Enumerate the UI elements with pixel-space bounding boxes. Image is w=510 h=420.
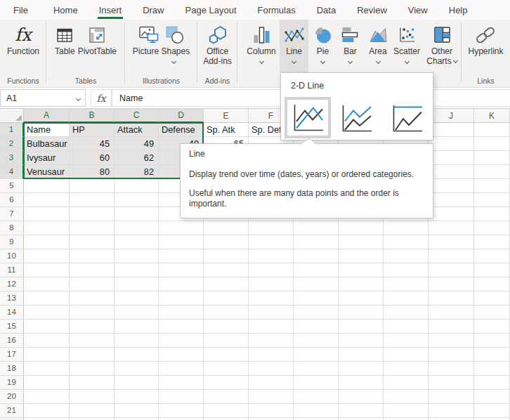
row-header-9[interactable]: 9 — [0, 235, 24, 249]
cell-F9[interactable] — [249, 235, 294, 249]
cell-B11[interactable] — [70, 263, 115, 277]
cell-C3[interactable]: 62 — [115, 151, 159, 165]
cell-J3[interactable] — [429, 151, 474, 165]
cell-I18[interactable] — [384, 362, 429, 376]
cell-I14[interactable] — [384, 306, 429, 320]
cell-A13[interactable] — [24, 291, 70, 306]
column-header-C[interactable]: C — [115, 109, 159, 123]
cell-K1[interactable] — [474, 123, 510, 137]
cell-F13[interactable] — [249, 291, 294, 306]
tab-data[interactable]: Data — [306, 0, 346, 20]
cell-J20[interactable] — [429, 390, 474, 404]
cell-E11[interactable] — [204, 263, 249, 277]
cell-D19[interactable] — [159, 376, 204, 390]
tab-insert[interactable]: Insert — [89, 0, 133, 20]
row-header-16[interactable]: 16 — [0, 334, 24, 348]
insert-function-button[interactable]: fx — [91, 89, 112, 107]
cell-I12[interactable] — [384, 277, 429, 291]
cell-J16[interactable] — [429, 334, 474, 348]
cell-E18[interactable] — [204, 362, 249, 376]
cell-D8[interactable] — [159, 221, 204, 235]
cell-B18[interactable] — [70, 362, 115, 376]
cell-F20[interactable] — [249, 390, 294, 404]
cell-C7[interactable] — [115, 207, 159, 221]
tab-view[interactable]: View — [398, 0, 438, 20]
column-header-J[interactable]: J — [429, 109, 474, 123]
cell-J1[interactable] — [429, 123, 474, 137]
cell-F21[interactable] — [249, 404, 294, 418]
select-all-corner[interactable] — [0, 109, 24, 123]
cell-H18[interactable] — [339, 362, 384, 376]
row-header-3[interactable]: 3 — [0, 151, 24, 165]
tab-draw[interactable]: Draw — [132, 0, 174, 20]
cell-K6[interactable] — [474, 193, 510, 207]
cell-C13[interactable] — [115, 291, 159, 306]
cell-F12[interactable] — [249, 277, 294, 291]
cell-C19[interactable] — [115, 376, 159, 390]
chart-option-line[interactable] — [285, 97, 331, 138]
cell-F8[interactable] — [249, 221, 294, 235]
tab-formulas[interactable]: Formulas — [247, 0, 306, 20]
cell-C1[interactable]: Attack — [115, 123, 159, 137]
cell-A18[interactable] — [24, 362, 70, 376]
cell-F18[interactable] — [249, 362, 294, 376]
cell-J14[interactable] — [429, 306, 474, 320]
cell-K5[interactable] — [474, 179, 510, 193]
cell-I19[interactable] — [384, 376, 429, 390]
row-header-15[interactable]: 15 — [0, 320, 24, 334]
cell-B8[interactable] — [70, 221, 115, 235]
column-header-D[interactable]: D — [159, 109, 204, 123]
cell-G21[interactable] — [294, 404, 339, 418]
column-header-K[interactable]: K — [474, 109, 510, 123]
cell-G14[interactable] — [294, 306, 339, 320]
cell-J21[interactable] — [429, 404, 474, 418]
tab-home[interactable]: Home — [43, 0, 89, 20]
cell-J19[interactable] — [429, 376, 474, 390]
cell-D10[interactable] — [159, 249, 204, 263]
cell-K7[interactable] — [474, 207, 510, 221]
cell-C18[interactable] — [115, 362, 159, 376]
row-header-8[interactable]: 8 — [0, 221, 24, 235]
cell-K20[interactable] — [474, 390, 510, 404]
cell-G16[interactable] — [294, 334, 339, 348]
cell-D1[interactable]: Defense — [159, 123, 204, 137]
cell-E1[interactable]: Sp. Atk — [204, 123, 249, 137]
cell-E12[interactable] — [204, 277, 249, 291]
cell-A4[interactable]: Venusaur — [24, 165, 70, 179]
cell-J15[interactable] — [429, 320, 474, 334]
cell-G11[interactable] — [294, 263, 339, 277]
cell-B2[interactable]: 45 — [70, 137, 115, 151]
cell-H14[interactable] — [339, 306, 384, 320]
cell-A1[interactable]: Name — [24, 123, 70, 137]
cell-D15[interactable] — [159, 320, 204, 334]
cell-E15[interactable] — [204, 320, 249, 334]
row-header-7[interactable]: 7 — [0, 207, 24, 221]
cell-B10[interactable] — [70, 249, 115, 263]
cell-A5[interactable] — [24, 179, 70, 193]
cell-K12[interactable] — [474, 277, 510, 291]
tab-file[interactable]: File — [3, 0, 39, 20]
cell-I9[interactable] — [384, 235, 429, 249]
cell-H17[interactable] — [339, 348, 384, 362]
cell-J2[interactable] — [429, 137, 474, 151]
cell-J6[interactable] — [429, 193, 474, 207]
cell-A11[interactable] — [24, 263, 70, 277]
other-charts-button[interactable]: Other Charts — [423, 20, 461, 73]
cell-C5[interactable] — [115, 179, 159, 193]
hyperlink-button[interactable]: Hyperlink — [468, 21, 503, 56]
cell-B13[interactable] — [70, 291, 115, 306]
cell-G19[interactable] — [294, 376, 339, 390]
cell-D9[interactable] — [159, 235, 204, 249]
column-chart-button[interactable]: Column — [243, 20, 280, 73]
cell-F19[interactable] — [249, 376, 294, 390]
cell-F16[interactable] — [249, 334, 294, 348]
cell-C4[interactable]: 82 — [115, 165, 159, 179]
cell-H15[interactable] — [339, 320, 384, 334]
cell-C2[interactable]: 49 — [115, 137, 159, 151]
cell-H21[interactable] — [339, 404, 384, 418]
row-header-11[interactable]: 11 — [0, 263, 24, 277]
cell-B9[interactable] — [70, 235, 115, 249]
cell-F11[interactable] — [249, 263, 294, 277]
cell-G15[interactable] — [294, 320, 339, 334]
cell-K2[interactable] — [474, 137, 510, 151]
